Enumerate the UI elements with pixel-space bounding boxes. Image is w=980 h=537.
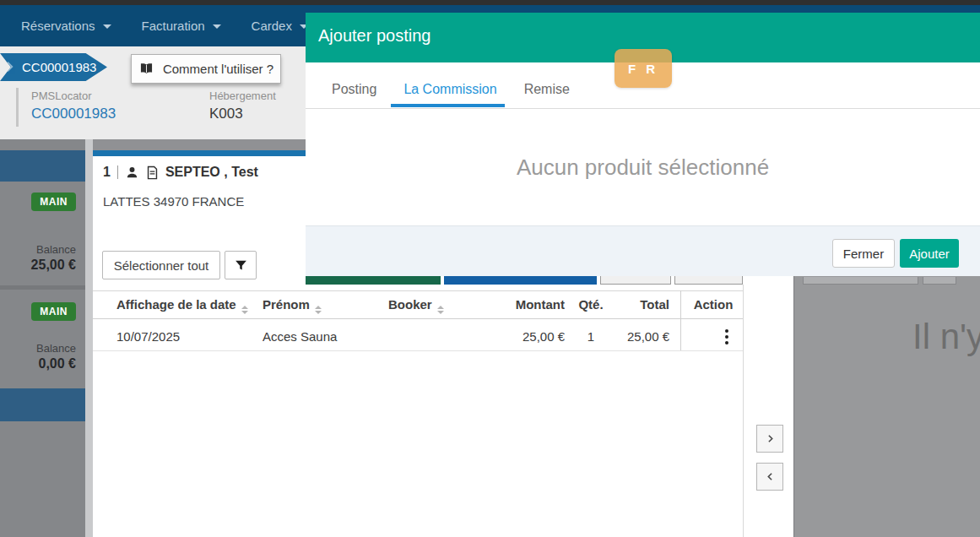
balance-label: Balance <box>36 243 76 256</box>
sidebar-account-item[interactable]: MAIN Balance 25,00 € <box>0 182 85 290</box>
nav-item-facturation[interactable]: Facturation <box>142 19 221 33</box>
tab-extras-partial[interactable] <box>306 276 441 285</box>
column-header-date[interactable]: Affichage de la date <box>116 297 248 314</box>
column-header-label: Booker <box>388 297 432 312</box>
title-separator <box>117 165 118 179</box>
sort-icon <box>241 306 248 314</box>
tab-hebergement-partial[interactable] <box>444 276 597 285</box>
select-all-label: Sélectionner tout <box>114 258 209 273</box>
filter-button[interactable] <box>225 251 257 279</box>
nav-item-label: Réservations <box>21 19 95 33</box>
empty-state-message: Il n'y <box>912 317 980 357</box>
balance-value: 25,00 € <box>31 258 76 273</box>
document-icon <box>146 165 159 180</box>
row-action-menu-button[interactable] <box>722 326 732 348</box>
filter-funnel-icon <box>234 258 248 273</box>
active-tab-underline <box>391 104 505 107</box>
breadcrumb-reservation-id: CC00001983 <box>22 60 96 74</box>
cell-total: 25,00 € <box>619 329 669 344</box>
pmslocator-label: PMSLocator <box>31 90 92 102</box>
main-badge: MAIN <box>31 193 76 211</box>
nav-item-cardex[interactable]: Cardex <box>252 19 308 33</box>
guest-title-line: 1 SEPTEO , Test <box>103 165 258 180</box>
add-button[interactable]: Ajouter <box>900 239 959 268</box>
table-column-separator <box>680 290 681 350</box>
table-border <box>93 350 743 351</box>
chevron-down-icon <box>213 24 221 29</box>
cell-montant: 25,00 € <box>498 329 565 344</box>
column-header-qte: Qté. <box>574 297 608 312</box>
chevron-down-icon <box>103 24 111 29</box>
pmslocator-value-link[interactable]: CC00001983 <box>31 106 116 122</box>
table-border <box>93 290 743 291</box>
no-product-message: Aucun produit sélectionné <box>306 155 980 181</box>
cell-prenom: Acces Sauna <box>263 329 337 344</box>
chevron-left-icon <box>765 471 776 482</box>
main-badge: MAIN <box>31 302 76 321</box>
modal-title: Ajouter posting <box>318 26 430 46</box>
chevron-right-icon <box>3 59 18 74</box>
language-badge-label: F R <box>628 62 658 76</box>
sidebar-account-item[interactable]: MAIN Balance 0,00 € <box>0 294 85 388</box>
language-badge[interactable]: F R <box>615 49 672 88</box>
sidebar-card-gutter <box>85 139 93 537</box>
transfer-right-button[interactable] <box>756 425 783 453</box>
cell-qte: 1 <box>574 329 608 344</box>
tab-posting[interactable]: Posting <box>318 82 390 108</box>
field-divider <box>16 88 19 127</box>
sidebar-blue-band-top[interactable] <box>0 150 85 182</box>
chevron-right-icon <box>765 433 776 444</box>
how-to-use-button[interactable]: Comment l'utiliser ? <box>131 54 281 84</box>
column-header-booker[interactable]: Booker <box>388 297 444 314</box>
column-header-label: Affichage de la date <box>116 297 236 312</box>
balance-label: Balance <box>36 342 76 355</box>
guest-address: LATTES 34970 FRANCE <box>103 194 244 209</box>
sidebar-blue-band-bottom[interactable] <box>0 388 85 421</box>
column-header-action: Action <box>684 297 743 312</box>
sort-icon <box>315 306 322 314</box>
nav-item-label: Cardex <box>252 19 292 33</box>
breadcrumb[interactable]: CC00001983 <box>0 53 107 81</box>
column-header-prenom[interactable]: Prénom <box>263 297 322 314</box>
app-screen: Réservations Facturation Cardex Ta CC000… <box>0 0 980 537</box>
cell-date: 10/07/2025 <box>116 329 180 344</box>
reservation-sidebar: MAIN Balance 25,00 € MAIN Balance 0,00 € <box>0 139 85 537</box>
how-to-use-label: Comment l'utiliser ? <box>163 62 273 76</box>
close-button[interactable]: Fermer <box>832 239 895 268</box>
table-border <box>93 318 743 319</box>
guest-name: SEPTEO , Test <box>165 165 258 180</box>
column-header-total: Total <box>619 297 669 312</box>
balance-value: 0,00 € <box>39 356 76 372</box>
tab-remise[interactable]: Remise <box>511 82 583 108</box>
hebergement-value: K003 <box>209 106 243 122</box>
select-all-button[interactable]: Sélectionner tout <box>102 251 220 279</box>
modal-footer: Fermer Ajouter <box>306 225 980 276</box>
column-header-montant: Montant <box>498 297 565 312</box>
nav-item-label: Facturation <box>142 19 205 33</box>
sort-icon <box>437 306 444 314</box>
tab-partial[interactable] <box>600 276 671 285</box>
tabs-divider <box>306 108 980 109</box>
person-icon <box>125 165 139 180</box>
transfer-gutter-border <box>743 285 744 537</box>
book-icon <box>138 62 154 76</box>
guest-index: 1 <box>103 165 111 180</box>
partial-input-field[interactable] <box>803 277 918 285</box>
nav-item-reservations[interactable]: Réservations <box>21 19 111 33</box>
hebergement-label: Hébergement <box>209 90 276 102</box>
tab-partial[interactable] <box>674 276 743 285</box>
transfer-left-button[interactable] <box>756 463 783 491</box>
partial-button[interactable] <box>923 277 956 285</box>
column-header-label: Prénom <box>263 297 310 312</box>
